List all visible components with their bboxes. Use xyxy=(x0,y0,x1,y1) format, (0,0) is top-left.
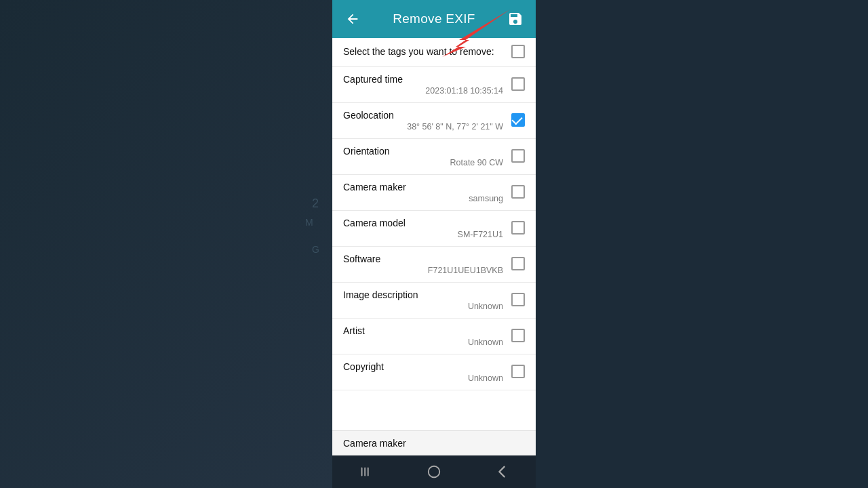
checkbox-artist[interactable] xyxy=(511,329,525,342)
exif-value-artist: Unknown xyxy=(343,338,506,347)
exif-item-camera-model: Camera modelSM-F721U1 xyxy=(332,211,536,247)
exif-value-geolocation: 38° 56' 8" N, 77° 2' 21" W xyxy=(343,122,506,131)
checkbox-orientation[interactable] xyxy=(511,149,525,163)
svg-rect-1 xyxy=(361,468,363,476)
bg-text-2: M xyxy=(305,217,313,228)
exif-items-list: Captured time2023:01:18 10:35:14Geolocat… xyxy=(332,67,536,390)
exif-label-artist: Artist xyxy=(343,325,506,336)
exif-item-artist: ArtistUnknown xyxy=(332,319,536,354)
exif-label-orientation: Orientation xyxy=(343,146,506,157)
save-button[interactable] xyxy=(503,7,528,31)
instruction-row: Select the tags you want to remove: xyxy=(332,38,536,67)
app-header: Remove EXIF xyxy=(332,0,536,38)
navigation-bar xyxy=(332,455,536,488)
exif-value-camera-model: SM-F721U1 xyxy=(343,230,506,239)
instruction-text: Select the tags you want to remove: xyxy=(343,46,506,57)
exif-value-orientation: Rotate 90 CW xyxy=(343,158,506,167)
bg-text-3: G xyxy=(312,244,319,255)
checkbox-geolocation[interactable] xyxy=(511,113,525,127)
svg-rect-3 xyxy=(368,468,369,476)
exif-item-orientation: OrientationRotate 90 CW xyxy=(332,139,536,175)
screen-background: 2 M G Remove EXIF xyxy=(0,0,868,488)
exif-item-image-description: Image descriptionUnknown xyxy=(332,283,536,319)
svg-rect-2 xyxy=(364,468,366,476)
nav-back-button[interactable] xyxy=(481,458,522,485)
page-title: Remove EXIF xyxy=(365,12,503,26)
back-button[interactable] xyxy=(340,7,365,31)
exif-label-camera-maker: Camera maker xyxy=(343,182,506,192)
exif-item-copyright: CopyrightUnknown xyxy=(332,354,536,390)
select-all-checkbox[interactable] xyxy=(511,45,525,58)
exif-label-geolocation: Geolocation xyxy=(343,110,506,121)
exif-item-camera-maker: Camera makersamsung xyxy=(332,175,536,211)
exif-label-captured-time: Captured time xyxy=(343,74,506,85)
exif-label-software: Software xyxy=(343,253,506,264)
phone-container: Remove EXIF Select the tags you want to … xyxy=(332,0,536,488)
exif-list-container: Select the tags you want to remove: Capt… xyxy=(332,38,536,455)
bg-text-1: 2 xyxy=(312,197,319,211)
checkbox-camera-maker[interactable] xyxy=(511,185,525,199)
bottom-drawer: Camera maker xyxy=(332,430,536,455)
exif-item-software: SoftwareF721U1UEU1BVKB xyxy=(332,247,536,283)
exif-value-software: F721U1UEU1BVKB xyxy=(343,266,506,275)
exif-value-captured-time: 2023:01:18 10:35:14 xyxy=(343,86,506,96)
exif-label-image-description: Image description xyxy=(343,289,506,300)
checkbox-copyright[interactable] xyxy=(511,365,525,378)
checkbox-captured-time[interactable] xyxy=(511,77,525,91)
exif-value-image-description: Unknown xyxy=(343,302,506,311)
exif-label-camera-model: Camera model xyxy=(343,218,506,228)
background-panel xyxy=(0,0,332,488)
bottom-hint-text: Camera maker xyxy=(343,438,406,449)
svg-point-4 xyxy=(429,466,440,478)
exif-label-copyright: Copyright xyxy=(343,361,506,372)
checkbox-software[interactable] xyxy=(511,257,525,270)
nav-menu-button[interactable] xyxy=(346,458,387,485)
exif-value-copyright: Unknown xyxy=(343,373,506,383)
exif-item-captured-time: Captured time2023:01:18 10:35:14 xyxy=(332,67,536,103)
exif-item-geolocation: Geolocation38° 56' 8" N, 77° 2' 21" W xyxy=(332,103,536,139)
checkbox-camera-model[interactable] xyxy=(511,221,525,235)
exif-value-camera-maker: samsung xyxy=(343,194,506,203)
nav-home-button[interactable] xyxy=(414,458,454,485)
checkbox-image-description[interactable] xyxy=(511,293,525,306)
